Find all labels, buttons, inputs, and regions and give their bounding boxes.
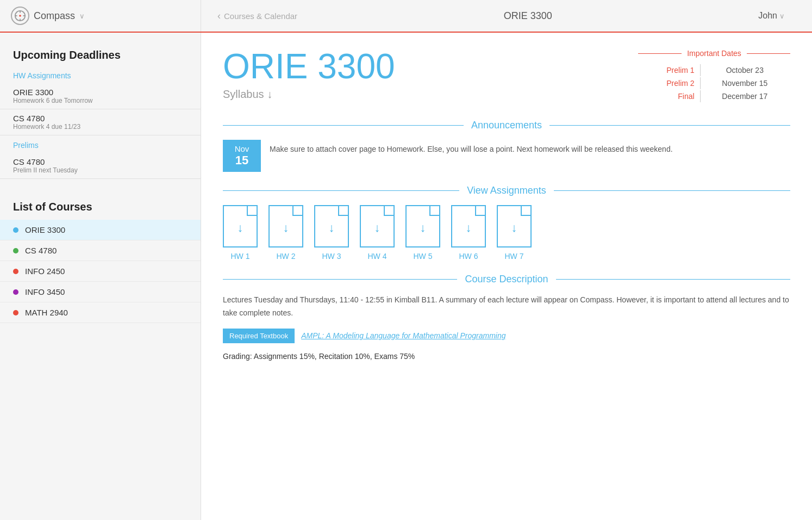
assignment-hw6[interactable]: HW 6 bbox=[451, 205, 486, 261]
date-row-final: Final December 17 bbox=[639, 90, 789, 102]
top-bar-nav: ‹ Courses & Calendar ORIE 3300 John ∨ bbox=[201, 10, 812, 22]
file-icon-hw1 bbox=[223, 205, 258, 247]
announcements-section-header: Announcements bbox=[223, 120, 790, 131]
assignments-line-right bbox=[554, 190, 790, 191]
course-title-area: ORIE 3300 Syllabus ↓ bbox=[223, 49, 395, 101]
course-dot-info3450 bbox=[13, 289, 18, 295]
back-label: Courses & Calendar bbox=[224, 11, 297, 21]
course-desc-text: Lectures Tuesday and Thursdays, 11:40 - … bbox=[223, 294, 790, 320]
textbook-link[interactable]: AMPL: A Modeling Language for Mathematic… bbox=[301, 331, 505, 340]
file-icon-hw2 bbox=[268, 205, 303, 247]
file-icon-hw4 bbox=[360, 205, 395, 247]
course-item-info3450[interactable]: INFO 3450 bbox=[0, 282, 201, 302]
course-name-cs: CS 4780 bbox=[25, 246, 57, 255]
dates-table: Prelim 1 October 23 Prelim 2 November 15… bbox=[638, 63, 790, 103]
grading-text: Grading: Assignments 15%, Recitation 10%… bbox=[223, 352, 790, 361]
course-item-info2450[interactable]: INFO 2450 bbox=[0, 261, 201, 282]
hw-category[interactable]: HW Assignments bbox=[0, 66, 201, 83]
course-dot-cs bbox=[13, 248, 18, 253]
course-name-orie: ORIE 3300 bbox=[25, 225, 65, 234]
announcement-day: 15 bbox=[230, 153, 253, 168]
file-icon-hw3 bbox=[314, 205, 349, 247]
course-header: ORIE 3300 Syllabus ↓ Important Dates Pre… bbox=[223, 49, 790, 103]
course-item-cs[interactable]: CS 4780 bbox=[0, 240, 201, 261]
prelim-item-name-0: CS 4780 bbox=[13, 157, 188, 166]
important-dates-label: Important Dates bbox=[682, 49, 747, 58]
date-row-prelim2: Prelim 2 November 15 bbox=[639, 77, 789, 89]
compass-icon bbox=[11, 7, 29, 25]
course-name-info3450: INFO 3450 bbox=[25, 287, 65, 296]
course-desc-line-right bbox=[556, 279, 790, 280]
course-item-math[interactable]: MATH 2940 bbox=[0, 302, 201, 323]
user-chevron-icon: ∨ bbox=[779, 12, 785, 20]
announcements-line-right bbox=[549, 125, 790, 126]
assignment-hw4[interactable]: HW 4 bbox=[360, 205, 395, 261]
course-dot-math bbox=[13, 310, 18, 315]
user-menu[interactable]: John ∨ bbox=[758, 11, 796, 21]
date-name-final: Final bbox=[639, 90, 699, 102]
assignment-label-hw4: HW 4 bbox=[368, 252, 387, 261]
important-dates-box: Important Dates Prelim 1 October 23 Prel… bbox=[638, 49, 790, 103]
hw-item-sub-0: Homework 6 due Tomorrow bbox=[13, 97, 188, 104]
assignments-grid: HW 1 HW 2 HW 3 HW 4 HW 5 HW 6 bbox=[223, 205, 790, 261]
assignment-hw1[interactable]: HW 1 bbox=[223, 205, 258, 261]
course-name-info2450: INFO 2450 bbox=[25, 267, 65, 276]
main-layout: Upcoming Deadlines HW Assignments ORIE 3… bbox=[0, 33, 812, 520]
date-val-prelim1: October 23 bbox=[700, 64, 789, 76]
date-name-prelim2: Prelim 2 bbox=[639, 77, 699, 89]
assignment-hw3[interactable]: HW 3 bbox=[314, 205, 349, 261]
textbook-row: Required Textbook AMPL: A Modeling Langu… bbox=[223, 329, 790, 343]
assignment-label-hw7: HW 7 bbox=[505, 252, 524, 261]
file-icon-hw6 bbox=[451, 205, 486, 247]
back-button[interactable]: ‹ Courses & Calendar bbox=[217, 10, 297, 22]
app-name: Compass bbox=[34, 10, 75, 22]
assignment-hw2[interactable]: HW 2 bbox=[268, 205, 303, 261]
id-line-right bbox=[747, 53, 790, 54]
announcement-row: Nov 15 Make sure to attach cover page to… bbox=[223, 140, 790, 172]
important-dates-header: Important Dates bbox=[638, 49, 790, 58]
app-chevron: ∨ bbox=[79, 12, 85, 20]
compass-logo[interactable]: Compass ∨ bbox=[11, 7, 85, 25]
topbar-course-title: ORIE 3300 bbox=[306, 10, 749, 22]
top-bar-left: Compass ∨ bbox=[0, 0, 201, 32]
syllabus-link[interactable]: Syllabus ↓ bbox=[223, 88, 395, 101]
assignment-hw7[interactable]: HW 7 bbox=[497, 205, 532, 261]
user-name: John bbox=[758, 11, 777, 21]
course-desc-section-header: Course Description bbox=[223, 274, 790, 285]
announcements-label: Announcements bbox=[464, 120, 549, 131]
back-arrow-icon: ‹ bbox=[217, 10, 221, 22]
date-row-prelim1: Prelim 1 October 23 bbox=[639, 64, 789, 76]
svg-point-5 bbox=[19, 15, 21, 17]
announcement-month: Nov bbox=[230, 144, 253, 153]
announcements-line-left bbox=[223, 125, 464, 126]
upcoming-title: Upcoming Deadlines bbox=[0, 44, 201, 66]
course-dot-info2450 bbox=[13, 269, 18, 274]
assignment-hw5[interactable]: HW 5 bbox=[405, 205, 440, 261]
prelim-item-cs[interactable]: CS 4780 Prelim II next Tuesday bbox=[0, 153, 201, 179]
course-desc-label: Course Description bbox=[457, 274, 555, 285]
id-line-left bbox=[638, 53, 682, 54]
hw-item-sub-1: Homework 4 due 11/23 bbox=[13, 123, 188, 131]
hw-item-orie[interactable]: ORIE 3300 Homework 6 due Tomorrow bbox=[0, 83, 201, 109]
hw-item-cs[interactable]: CS 4780 Homework 4 due 11/23 bbox=[0, 109, 201, 135]
sidebar: Upcoming Deadlines HW Assignments ORIE 3… bbox=[0, 33, 201, 520]
prelim-item-sub-0: Prelim II next Tuesday bbox=[13, 166, 188, 174]
courses-title: List of Courses bbox=[0, 195, 201, 220]
course-item-orie[interactable]: ORIE 3300 bbox=[0, 220, 201, 240]
required-textbook-badge: Required Textbook bbox=[223, 329, 295, 343]
prelims-category[interactable]: Prelims bbox=[0, 135, 201, 153]
assignment-label-hw6: HW 6 bbox=[459, 252, 478, 261]
file-icon-hw7 bbox=[497, 205, 532, 247]
course-big-title: ORIE 3300 bbox=[223, 49, 395, 84]
announcement-date-badge: Nov 15 bbox=[223, 140, 261, 172]
hw-item-name-0: ORIE 3300 bbox=[13, 88, 188, 97]
main-content: ORIE 3300 Syllabus ↓ Important Dates Pre… bbox=[201, 33, 812, 520]
assignment-label-hw5: HW 5 bbox=[414, 252, 433, 261]
course-desc-line-left bbox=[223, 279, 457, 280]
assignments-section-header: View Assignments bbox=[223, 185, 790, 196]
date-val-prelim2: November 15 bbox=[700, 77, 789, 89]
assignment-label-hw2: HW 2 bbox=[277, 252, 296, 261]
top-bar: Compass ∨ ‹ Courses & Calendar ORIE 3300… bbox=[0, 0, 812, 33]
date-name-prelim1: Prelim 1 bbox=[639, 64, 699, 76]
file-icon-hw5 bbox=[405, 205, 440, 247]
